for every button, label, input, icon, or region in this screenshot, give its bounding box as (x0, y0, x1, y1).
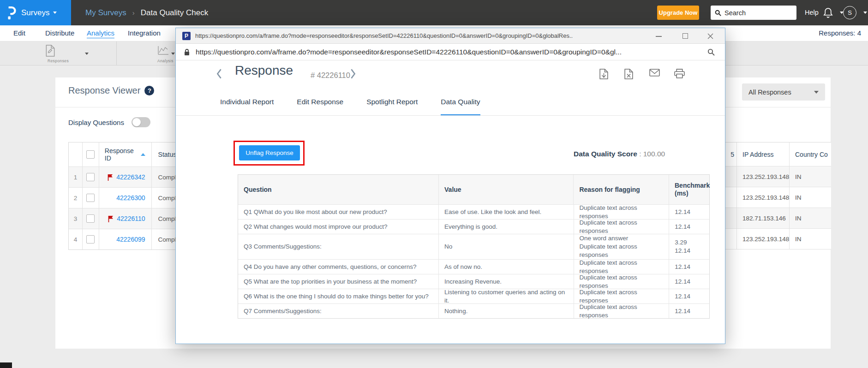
row-index: 4 (69, 229, 83, 249)
address-url[interactable]: https://questionpro.com/a/frame.do?mode=… (196, 44, 701, 60)
header-response-id[interactable]: Response ID (99, 142, 152, 166)
row-checkbox[interactable] (86, 214, 95, 223)
unflag-response-button[interactable]: Unflag Response (239, 145, 300, 160)
popup-title-bar[interactable]: P https://questionpro.com/a/frame.do?mod… (176, 28, 725, 44)
response-id-link[interactable]: 42226300 (116, 194, 145, 202)
lock-icon (184, 48, 190, 58)
cell-partial (725, 187, 737, 208)
page-title-text: Response Viewer (68, 85, 140, 96)
help-question-icon[interactable]: ? (144, 86, 154, 95)
export-pdf-icon[interactable] (599, 69, 608, 81)
table-header-row: 5 IP Address Country Co (725, 142, 831, 166)
table-row[interactable]: 123.252.193.148 IN (725, 166, 831, 187)
chevron-down-icon (814, 91, 819, 94)
response-id-cell: 42226110 (99, 208, 152, 229)
ip-cell: 182.71.153.146 (737, 208, 790, 228)
nav-analytics[interactable]: Analytics (87, 25, 114, 42)
dq-benchmark-line: 12.14 (675, 223, 704, 231)
tab-data-quality[interactable]: Data Quality (441, 97, 480, 116)
tab-edit-response[interactable]: Edit Response (297, 97, 343, 116)
tabs-divider (176, 115, 725, 116)
responses-dropdown-caret-icon[interactable] (85, 53, 89, 55)
cell-partial (725, 229, 737, 249)
dq-question: Q7 Comments/Suggestions: (238, 304, 439, 318)
nav-edit[interactable]: Edit (13, 25, 25, 42)
response-id-link[interactable]: 42226099 (116, 236, 145, 243)
dq-header-row: Question Value Reason for flagging Bench… (238, 175, 709, 204)
responses-table-right-columns: 5 IP Address Country Co 123.252.193.148 … (725, 142, 831, 249)
nav-distribute[interactable]: Distribute (45, 25, 74, 42)
sort-asc-icon[interactable] (141, 153, 145, 156)
maximize-button[interactable] (682, 33, 688, 39)
row-checkbox-cell (83, 167, 99, 187)
response-id-cell: 42226099 (99, 229, 152, 249)
dq-header-benchmark: Benchmark (ms) (669, 175, 709, 204)
avatar-dropdown-caret-icon[interactable] (863, 12, 867, 14)
print-icon[interactable] (674, 69, 685, 80)
page-title: Response Viewer ? (68, 85, 154, 96)
search-input[interactable] (724, 9, 789, 17)
breadcrumb-current: Data Quality Check (141, 8, 208, 18)
row-checkbox[interactable] (86, 173, 95, 181)
analysis-dropdown-caret-icon[interactable] (171, 53, 175, 55)
dq-benchmark-line: 12.14 (675, 292, 704, 301)
export-excel-icon[interactable] (624, 69, 633, 81)
table-row[interactable]: 182.71.153.146 IN (725, 208, 831, 229)
notifications-bell-icon[interactable] (823, 7, 833, 20)
dq-table-row: Q1 QWhat do you like most about our new … (238, 204, 709, 219)
dq-benchmark: 12.14 (669, 289, 709, 303)
table-row[interactable]: 123.252.193.148 IN (725, 229, 831, 249)
close-icon[interactable] (707, 33, 713, 41)
ip-cell: 123.252.193.148 (737, 229, 790, 249)
ip-cell: 123.252.193.148 (737, 166, 790, 187)
all-responses-dropdown[interactable]: All Responses (742, 83, 825, 101)
ip-cell: 123.252.193.148 (737, 187, 790, 208)
select-all-checkbox[interactable] (86, 150, 95, 159)
dq-value: Everything is good. (439, 220, 574, 234)
email-envelope-icon[interactable] (649, 69, 660, 78)
previous-response-chevron-icon[interactable] (216, 69, 222, 81)
dq-reason: Duplicate text across responses (574, 220, 670, 234)
dq-reason: Duplicate text across responses (574, 289, 670, 303)
response-id-link[interactable]: 42226342 (116, 173, 145, 181)
tab-individual-report[interactable]: Individual Report (220, 97, 274, 116)
top-bar: Surveys My Surveys › Data Quality Check … (0, 0, 868, 25)
analysis-chart-icon (157, 45, 169, 56)
display-questions-toggle[interactable] (132, 117, 150, 127)
breadcrumb: My Surveys › Data Quality Check (85, 0, 208, 25)
display-questions-label: Display Questions (68, 119, 124, 126)
dq-value: Listening to customer queries and acting… (439, 289, 574, 303)
upgrade-now-button[interactable]: Upgrade Now (657, 6, 699, 20)
breadcrumb-my-surveys[interactable]: My Surveys (85, 8, 126, 18)
row-checkbox[interactable] (86, 235, 95, 243)
minimize-button[interactable] (656, 36, 662, 37)
surveys-menu[interactable]: Surveys (0, 0, 71, 25)
dq-header-reason: Reason for flagging (574, 175, 669, 204)
cell-partial (725, 208, 737, 228)
toolbar-responses[interactable]: Responses (0, 42, 117, 65)
response-id-link[interactable]: 42226110 (117, 215, 145, 222)
nav-integration[interactable]: Integration (128, 25, 161, 42)
dq-value: Increasing Revenue. (439, 274, 574, 289)
dq-reason-line: Duplicate text across responses (580, 273, 664, 290)
next-response-chevron-icon[interactable] (350, 69, 356, 81)
dq-benchmark: 12.14 (669, 274, 709, 289)
dq-reason: Duplicate text across responses (574, 274, 670, 289)
row-checkbox-cell (83, 188, 99, 208)
table-row[interactable]: 123.252.193.148 IN (725, 187, 831, 208)
header-index (69, 142, 83, 166)
dq-benchmark-line: 12.14 (675, 208, 704, 216)
zoom-search-icon[interactable] (707, 48, 715, 58)
surveys-menu-label: Surveys (21, 8, 49, 18)
avatar[interactable]: S (843, 6, 856, 19)
dq-reason: Duplicate text across responses (574, 205, 670, 219)
country-cell: IN (790, 208, 831, 228)
help-link[interactable]: Help (805, 0, 819, 25)
dq-benchmark-line: 12.14 (675, 307, 704, 315)
response-id-cell: 42226342 (99, 167, 152, 187)
dq-table-row: Q3 Comments/Suggestions: No One word ans… (238, 234, 709, 259)
dq-question: Q3 Comments/Suggestions: (238, 234, 439, 259)
tab-spotlight-report[interactable]: Spotlight Report (366, 97, 418, 116)
country-cell: IN (790, 187, 831, 208)
row-checkbox[interactable] (86, 194, 95, 202)
